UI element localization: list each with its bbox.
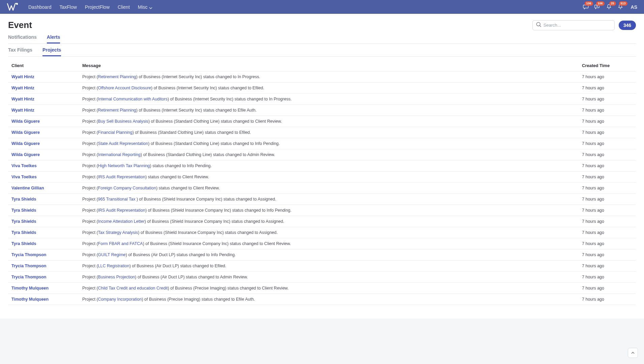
project-link[interactable]: Retirement Planning (98, 108, 136, 113)
nav-client[interactable]: Client (118, 4, 130, 10)
message-cell: Project (IRS Audit Representation) of Bu… (82, 208, 582, 213)
created-time: 7 hours ago (582, 264, 633, 268)
client-link[interactable]: Wilda Giguere (11, 119, 40, 124)
project-link[interactable]: Retirement Planning (98, 74, 136, 79)
message-cell: Project (Financial Planning) of Business… (82, 130, 582, 135)
message-cell: Project (Child Tax Credit and education … (82, 286, 582, 291)
divider (8, 56, 636, 57)
message-cell: Project (Form FBAR and FATCA) of Busines… (82, 241, 582, 246)
message-cell: Project (Offshore Account Disclosure) of… (82, 86, 582, 90)
count-pill: 346 (619, 21, 636, 30)
project-link[interactable]: Buy Sell Business Analysis (98, 119, 148, 124)
project-link[interactable]: International Reporting (98, 152, 141, 157)
search-icon (536, 22, 544, 28)
bell-badge-1: 25 (609, 1, 616, 6)
project-link[interactable]: LLC Registration (98, 264, 129, 268)
scroll-top-button[interactable] (628, 348, 638, 358)
project-link[interactable]: Company Incorporation (98, 297, 142, 302)
project-link[interactable]: Financial Planning (98, 130, 133, 135)
created-time: 7 hours ago (582, 141, 633, 146)
project-link[interactable]: 965 Transitional Tax (98, 197, 137, 202)
table-row: Wilda GiguereProject (International Repo… (8, 149, 636, 160)
col-created-time: Created Time (582, 63, 633, 68)
project-link[interactable]: IRS Audit Representation (98, 208, 145, 213)
created-time: 7 hours ago (582, 297, 633, 302)
nav-dashboard[interactable]: Dashboard (28, 4, 52, 10)
chat-icon-2[interactable]: 106 (594, 4, 601, 10)
created-time: 7 hours ago (582, 286, 633, 291)
created-time: 7 hours ago (582, 119, 633, 124)
nav-projectflow[interactable]: ProjectFlow (85, 4, 110, 10)
project-link[interactable]: Business Projection (98, 275, 135, 279)
client-link[interactable]: Tyra Shields (11, 197, 36, 202)
client-link[interactable]: Viva Toelkes (11, 163, 37, 168)
nav-taxflow[interactable]: TaxFlow (60, 4, 77, 10)
project-link[interactable]: Child Tax Credit and education Credit (98, 286, 168, 291)
client-link[interactable]: Trycia Thompson (11, 264, 47, 268)
created-time: 7 hours ago (582, 108, 633, 113)
project-link[interactable]: Form FBAR and FATCA (98, 241, 143, 246)
message-cell: Project (High Networth Tax Planning) sta… (82, 163, 582, 168)
client-link[interactable]: Wyatt Hintz (11, 108, 34, 113)
table-row: Tyra ShieldsProject (Income Attestation … (8, 216, 636, 227)
bell-icon-1[interactable]: 25 (606, 4, 613, 10)
client-link[interactable]: Wyatt Hintz (11, 86, 34, 90)
user-initials[interactable]: AS (631, 4, 637, 10)
message-cell: Project (International Reporting) of Bus… (82, 152, 582, 157)
svg-point-0 (16, 3, 18, 5)
created-time: 7 hours ago (582, 230, 633, 235)
project-link[interactable]: Income Attestation Letter (98, 219, 145, 224)
table-row: Wilda GiguereProject (State Audit Repres… (8, 138, 636, 149)
client-link[interactable]: Wyatt Hintz (11, 74, 34, 79)
project-link[interactable]: GUILT Regime (98, 252, 126, 257)
client-link[interactable]: Viva Toelkes (11, 175, 37, 179)
client-link[interactable]: Wilda Giguere (11, 152, 40, 157)
client-link[interactable]: Wyatt Hintz (11, 97, 34, 101)
created-time: 7 hours ago (582, 252, 633, 257)
project-link[interactable]: Tax Strategy Analysis (98, 230, 138, 235)
project-link[interactable]: Foreign Company Consultation (98, 186, 156, 190)
chat-badge-1: 106 (585, 1, 593, 6)
nav-misc[interactable]: Misc (138, 4, 152, 10)
tab-notifications[interactable]: Notifications (8, 34, 37, 43)
project-link[interactable]: State Audit Representation (98, 141, 148, 146)
tab-alerts[interactable]: Alerts (47, 34, 60, 43)
client-link[interactable]: Wilda Giguere (11, 130, 40, 135)
page-content: Event 346 NotificationsAlerts Tax Filing… (0, 14, 644, 318)
project-link[interactable]: High Networth Tax Planning (98, 163, 150, 168)
project-link[interactable]: Offshore Account Disclosure (98, 86, 151, 90)
search-box[interactable] (532, 20, 615, 30)
message-cell: Project (Internal Communication with Aud… (82, 97, 582, 101)
client-link[interactable]: Trycia Thompson (11, 252, 47, 257)
client-link[interactable]: Timothy Mulqueen (11, 286, 49, 291)
table-row: Tyra ShieldsProject (Tax Strategy Analys… (8, 227, 636, 238)
client-link[interactable]: Tyra Shields (11, 241, 36, 246)
subtab-projects[interactable]: Projects (42, 47, 61, 56)
client-link[interactable]: Tyra Shields (11, 230, 36, 235)
main-nav: Dashboard TaxFlow ProjectFlow Client Mis… (28, 4, 152, 10)
message-cell: Project (GUILT Regime) of Business (Air … (82, 252, 582, 257)
bell-icon-2[interactable]: 513 (617, 4, 624, 10)
message-cell: Project (LLC Registration) of Business (… (82, 264, 582, 268)
table-row: Timothy MulqueenProject (Child Tax Credi… (8, 283, 636, 294)
client-link[interactable]: Trycia Thompson (11, 275, 47, 279)
message-cell: Project (Retirement Planning) of Busines… (82, 108, 582, 113)
client-link[interactable]: Wilda Giguere (11, 141, 40, 146)
search-input[interactable] (544, 23, 611, 28)
table-row: Wyatt HintzProject (Retirement Planning)… (8, 105, 636, 116)
subtab-tax-filings[interactable]: Tax Filings (8, 47, 32, 56)
message-cell: Project (State Audit Representation) of … (82, 141, 582, 146)
table-row: Trycia ThompsonProject (Business Project… (8, 272, 636, 283)
client-link[interactable]: Tyra Shields (11, 219, 36, 224)
table-row: Wilda GiguereProject (Financial Planning… (8, 127, 636, 138)
client-link[interactable]: Tyra Shields (11, 208, 36, 213)
table-header: Client Message Created Time (8, 60, 636, 71)
chat-icon-1[interactable]: 106 (583, 4, 590, 10)
client-link[interactable]: Timothy Mulqueen (11, 297, 49, 302)
client-link[interactable]: Valentine Gillian (11, 186, 44, 190)
app-logo[interactable] (7, 2, 18, 12)
page-head-right: 346 (532, 20, 636, 30)
project-link[interactable]: IRS Audit Representation (98, 175, 145, 179)
created-time: 7 hours ago (582, 152, 633, 157)
project-link[interactable]: Internal Communication with Auditors (98, 97, 168, 101)
